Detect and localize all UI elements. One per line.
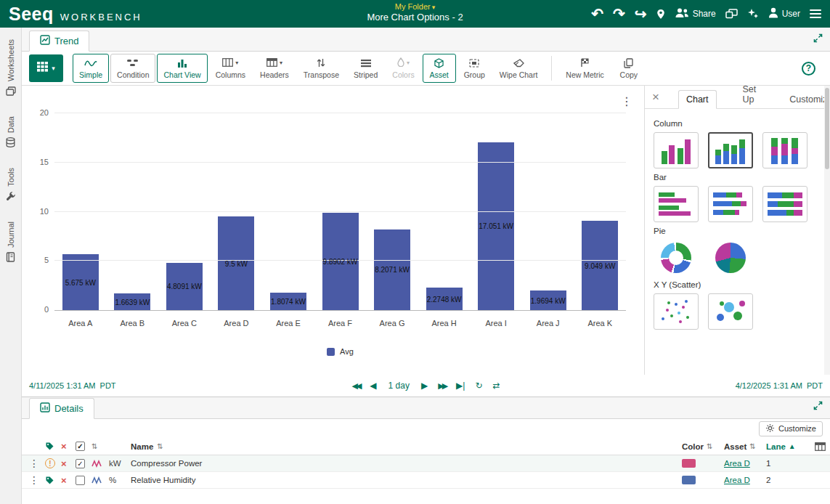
column-header-color[interactable]: Color⇅ <box>682 442 724 451</box>
transpose-button[interactable]: Transpose <box>297 54 346 83</box>
remove-icon[interactable]: × <box>61 475 76 486</box>
help-icon[interactable]: ? <box>802 62 815 76</box>
thumb-pie[interactable] <box>708 240 753 276</box>
customize-button[interactable]: Customize <box>759 421 823 436</box>
sort-items-icon[interactable]: ⇅ <box>91 442 109 450</box>
close-panel-icon[interactable]: × <box>652 90 659 105</box>
remove-all-icon[interactable]: × <box>61 441 76 452</box>
tab-trend[interactable]: Trend <box>29 31 89 52</box>
colors-button[interactable]: ▾ Colors <box>386 54 420 83</box>
bar-area-i[interactable]: 17.051 kW <box>478 142 514 310</box>
sparkle-icon[interactable] <box>747 8 759 20</box>
panel-tab-customize[interactable]: Customize <box>782 91 830 108</box>
thumb-scatter[interactable] <box>654 293 699 330</box>
bar-area-f[interactable]: 9.8902 kW <box>322 213 359 310</box>
share-button[interactable]: Share <box>675 7 716 20</box>
step-forward-icon[interactable]: ▶ <box>421 381 428 390</box>
refresh-icon[interactable]: ↻ <box>475 381 482 390</box>
forward-icon[interactable]: ↪ <box>635 7 647 21</box>
tag-icon[interactable] <box>45 442 61 451</box>
step-to-now-icon[interactable]: ▶| <box>456 381 465 390</box>
color-swatch[interactable] <box>682 459 724 468</box>
add-column-icon[interactable] <box>798 442 826 451</box>
bar-area-k[interactable]: 9.049 kW <box>582 221 618 310</box>
item-name[interactable]: Relative Humidity <box>131 476 682 484</box>
wipe-chart-button[interactable]: Wipe Chart <box>493 54 545 83</box>
panel-scrollbar[interactable] <box>824 86 830 375</box>
undo-icon[interactable]: ↶ <box>591 7 603 21</box>
thumb-column-stacked-selected[interactable] <box>708 132 753 168</box>
sidebar-item-data[interactable]: Data <box>6 116 15 150</box>
location-pin-icon[interactable] <box>656 9 665 20</box>
chart-menu-kebab-icon[interactable]: ⋮ <box>621 94 632 108</box>
headers-button[interactable]: ▾ Headers <box>253 54 296 83</box>
thumb-scatter-bubble[interactable] <box>708 293 753 330</box>
step-back-icon[interactable]: ◀ <box>370 381 376 390</box>
thumb-bar-stacked[interactable] <box>708 186 753 222</box>
columns-button[interactable]: ▾ Columns <box>209 54 252 83</box>
row-checkbox[interactable] <box>76 476 91 485</box>
tab-details[interactable]: Details <box>29 398 94 419</box>
bar-area-j[interactable]: 1.9694 kW <box>530 290 566 310</box>
bar-area-g[interactable]: 8.2071 kW <box>374 229 410 310</box>
details-row[interactable]: ⋮!×✓kWCompressor PowerArea D1 <box>22 455 830 472</box>
bar-area-c[interactable]: 4.8091 kW <box>166 263 203 310</box>
worksheet-heading: My Folder▾ More Chart Options - 2 <box>367 2 463 23</box>
column-header-name[interactable]: Name⇅ <box>131 442 682 451</box>
color-swatch[interactable] <box>682 476 724 484</box>
row-checkbox[interactable]: ✓ <box>76 459 91 468</box>
range-end[interactable]: 4/12/2025 1:31 AMPDT <box>736 381 823 390</box>
range-start[interactable]: 4/11/2025 1:31 AMPDT <box>29 381 116 390</box>
thumb-bar-stacked-100[interactable] <box>762 186 807 222</box>
item-name[interactable]: Compressor Power <box>131 459 682 468</box>
duration-label[interactable]: 1 day <box>388 381 410 391</box>
condition-button[interactable]: Condition <box>110 54 155 83</box>
sidebar-item-worksheets[interactable]: Worksheets <box>6 39 16 99</box>
thumb-bar-grouped[interactable] <box>654 186 699 222</box>
expand-details-icon[interactable] <box>813 400 823 413</box>
auto-update-icon[interactable]: ⇄ <box>493 381 500 390</box>
bar-area-d[interactable]: 9.5 kW <box>218 216 254 310</box>
panel-tab-set-up[interactable]: Set Up <box>736 86 764 108</box>
sidebar-item-journal[interactable]: Journal <box>6 221 15 265</box>
striped-button[interactable]: Striped <box>347 54 384 83</box>
details-row[interactable]: ⋮×%Relative HumidityArea D2 <box>22 472 830 489</box>
table-view-dropdown[interactable]: ▾ <box>29 54 63 82</box>
row-menu-kebab-icon[interactable]: ⋮ <box>29 458 45 469</box>
warning-icon[interactable]: ! <box>45 458 61 468</box>
column-header-lane[interactable]: Lane▲ <box>766 442 798 451</box>
bar-area-e[interactable]: 1.8074 kW <box>270 293 306 310</box>
user-menu[interactable]: User <box>768 7 800 20</box>
panel-tab-chart[interactable]: Chart <box>678 90 717 109</box>
bar-area-h[interactable]: 2.2748 kW <box>426 288 463 310</box>
bar-area-a[interactable]: 5.675 kW <box>62 254 99 310</box>
step-forward-half-icon[interactable]: ▶▶ <box>438 382 446 390</box>
group-button[interactable]: Group <box>457 54 492 83</box>
remove-icon[interactable]: × <box>61 458 76 469</box>
hamburger-menu-icon[interactable] <box>810 9 821 18</box>
bar-area-b[interactable]: 1.6639 kW <box>114 293 150 310</box>
scrollbar-thumb[interactable] <box>825 88 829 169</box>
windows-icon[interactable] <box>725 9 738 19</box>
select-all-checkbox[interactable]: ✓ <box>76 442 91 451</box>
thumb-pie-donut[interactable] <box>654 240 699 276</box>
step-back-half-icon[interactable]: ◀◀ <box>351 382 359 390</box>
asset-link[interactable]: Area D <box>724 459 766 468</box>
copy-button[interactable]: Copy <box>612 54 646 83</box>
breadcrumb-folder-link[interactable]: My Folder▾ <box>367 2 463 11</box>
row-menu-kebab-icon[interactable]: ⋮ <box>29 474 45 486</box>
expand-trend-icon[interactable] <box>813 33 823 46</box>
tools-label: Tools <box>7 168 15 187</box>
asset-link[interactable]: Area D <box>724 476 766 484</box>
thumb-column-grouped[interactable] <box>654 132 699 168</box>
chart-view-button[interactable]: Chart View <box>157 54 207 83</box>
thumb-column-stacked-100[interactable] <box>762 132 807 168</box>
sidebar-item-tools[interactable]: Tools <box>6 168 16 204</box>
asset-button[interactable]: Asset <box>423 54 456 83</box>
tag-icon[interactable] <box>45 476 61 485</box>
new-metric-button[interactable]: New Metric <box>559 54 611 83</box>
column-header-asset[interactable]: Asset⇅ <box>724 442 766 451</box>
seeq-logo[interactable]: Seeq <box>9 4 54 25</box>
simple-button[interactable]: Simple <box>73 54 109 83</box>
redo-icon[interactable]: ↷ <box>613 7 625 21</box>
